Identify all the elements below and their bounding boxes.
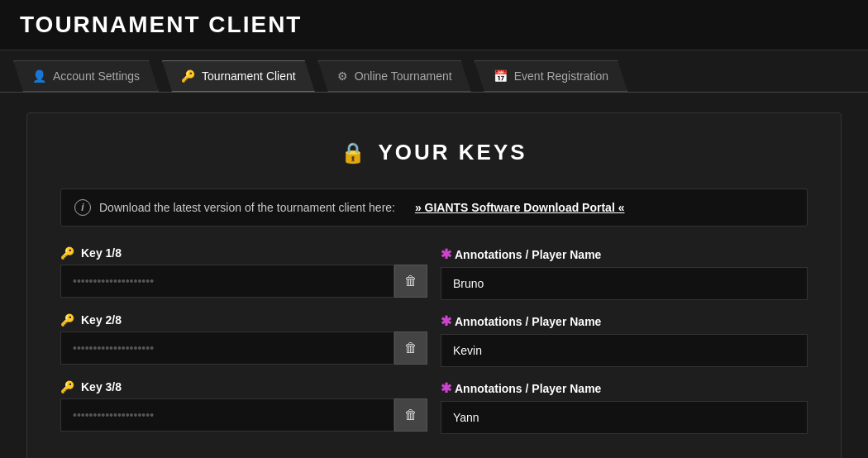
key-1-asterisk: ✱ [441,246,451,262]
key-3-icon: 🔑 [60,380,74,394]
key-1-annotation-label: ✱ Annotations / Player Name [441,246,808,262]
tab-online-tournament[interactable]: ⚙ Online Tournament [318,60,471,92]
key-3-asterisk: ✱ [441,380,451,396]
info-icon: i [74,199,91,216]
key-2-left: 🔑 Key 2/8 🗑 [60,313,427,367]
key-icon: 🔑 [181,69,195,83]
section-title-text: YOUR KEYS [378,140,527,165]
key-section-2: 🔑 Key 2/8 🗑 ✱ Annotations / Player Name [60,313,808,367]
tab-account-settings[interactable]: 👤 Account Settings [13,60,159,92]
key-2-input[interactable] [60,332,394,365]
key-1-label: Key 1/8 [81,246,122,260]
user-icon: 👤 [32,69,46,83]
key-3-input-row: 🗑 [60,398,427,432]
key-2-input-row: 🗑 [60,332,427,365]
key-1-annotation-input[interactable] [441,267,808,300]
key-1-annotation-label-text: Annotations / Player Name [455,248,601,261]
tab-event-registration[interactable]: 📅 Event Registration [475,60,627,92]
nav-bar: 👤 Account Settings 🔑 Tournament Client ⚙… [0,50,868,93]
key-3-input[interactable] [60,398,394,432]
key-3-header: 🔑 Key 3/8 [60,380,427,394]
info-text: Download the latest version of the tourn… [99,201,395,214]
app-header: TOURNAMENT CLIENT [0,0,868,50]
key-3-annotation-label: ✱ Annotations / Player Name [441,380,808,396]
tab-tournament-client[interactable]: 🔑 Tournament Client [162,60,315,92]
section-title: 🔒 YOUR KEYS [60,140,808,165]
info-bar: i Download the latest version of the tou… [60,188,808,227]
tab-event-registration-label: Event Registration [514,69,608,83]
tab-account-settings-label: Account Settings [53,69,140,83]
calendar-icon: 📅 [494,69,508,83]
main-content: 🔒 YOUR KEYS i Download the latest versio… [0,93,868,458]
keys-decorative-icon: 🔒 [341,141,368,165]
key-1-header: 🔑 Key 1/8 [60,246,427,260]
app-title: TOURNAMENT CLIENT [20,12,302,37]
key-3-right: ✱ Annotations / Player Name [441,380,808,434]
key-3-left: 🔑 Key 3/8 🗑 [60,380,427,434]
key-2-annotation-input[interactable] [441,334,808,367]
key-2-copy-button[interactable]: 🗑 [394,332,427,365]
key-section-3: 🔑 Key 3/8 🗑 ✱ Annotations / Player Name [60,380,808,434]
gear-icon: ⚙ [337,69,348,83]
key-2-header: 🔑 Key 2/8 [60,313,427,327]
key-3-annotation-label-text: Annotations / Player Name [455,382,601,395]
key-2-annotation-label: ✱ Annotations / Player Name [441,313,808,329]
key-2-asterisk: ✱ [441,313,451,329]
key-3-label: Key 3/8 [81,380,122,394]
key-1-input[interactable] [60,265,394,298]
key-section-1: 🔑 Key 1/8 🗑 ✱ Annotations / Player Name [60,246,808,300]
key-1-input-row: 🗑 [60,265,427,298]
key-2-right: ✱ Annotations / Player Name [441,313,808,367]
download-portal-link[interactable]: » GIANTS Software Download Portal « [415,201,625,214]
key-1-icon: 🔑 [60,246,74,260]
tab-online-tournament-label: Online Tournament [355,69,452,83]
key-3-copy-button[interactable]: 🗑 [394,398,427,432]
keys-list: 🔑 Key 1/8 🗑 ✱ Annotations / Player Name [60,246,808,447]
tab-tournament-client-label: Tournament Client [202,69,296,83]
key-1-copy-button[interactable]: 🗑 [394,265,427,298]
key-1-right: ✱ Annotations / Player Name [441,246,808,300]
key-1-left: 🔑 Key 1/8 🗑 [60,246,427,300]
key-2-label: Key 2/8 [81,313,122,327]
key-3-annotation-input[interactable] [441,401,808,434]
key-2-icon: 🔑 [60,313,74,327]
content-panel: 🔒 YOUR KEYS i Download the latest versio… [26,112,842,458]
key-2-annotation-label-text: Annotations / Player Name [455,315,601,328]
